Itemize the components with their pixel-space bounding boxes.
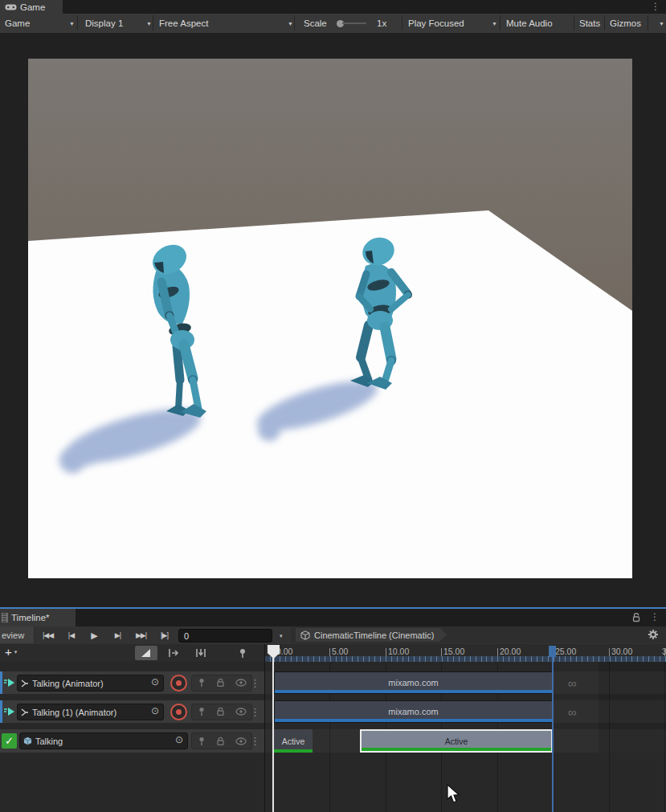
mouse-cursor bbox=[447, 784, 461, 805]
ripple-mode-button[interactable] bbox=[162, 646, 185, 660]
replace-mode-button[interactable] bbox=[190, 646, 212, 660]
track-header-talking-1-animator[interactable]: Talking (1) (Animator) ⊙ ⋮ bbox=[0, 700, 264, 723]
animation-track-icon bbox=[4, 678, 15, 688]
track-header-talking-animator[interactable]: Talking (Animator) ⊙ ⋮ bbox=[0, 671, 264, 694]
selection-strip bbox=[0, 700, 2, 723]
beyond-duration-shade bbox=[599, 662, 666, 753]
activation-clip-bar bbox=[362, 748, 551, 751]
record-button[interactable] bbox=[170, 704, 187, 720]
replace-mode-icon bbox=[195, 648, 206, 658]
track-menu-icon[interactable]: ⋮ bbox=[250, 706, 260, 718]
pin-icon[interactable] bbox=[198, 737, 206, 746]
object-picker-icon[interactable]: ⊙ bbox=[151, 676, 159, 688]
frame-counter-field[interactable]: 0 bbox=[178, 629, 272, 643]
animation-clip[interactable]: mixamo.com bbox=[274, 671, 553, 694]
track-options-group bbox=[191, 675, 252, 692]
timeline-end-line bbox=[552, 647, 554, 812]
activation-checkbox[interactable]: ✓ bbox=[2, 733, 17, 749]
mix-mode-icon bbox=[141, 648, 152, 658]
timeline-toolbar: eview |◀◀ |◀ ▶ ▶| ▶▶| [▶] 0 ▾ CinematicT… bbox=[0, 626, 666, 645]
track-options-group bbox=[191, 732, 252, 749]
breadcrumb-bar: CinematicTimeline (Cinematic) bbox=[291, 626, 666, 643]
chevron-down-icon: ▼ bbox=[146, 21, 152, 27]
eye-icon[interactable] bbox=[235, 708, 247, 716]
playhead-line[interactable] bbox=[272, 658, 274, 812]
activation-clip[interactable]: Active bbox=[274, 729, 313, 753]
animation-clip-bar bbox=[275, 719, 552, 722]
game-render-area bbox=[0, 33, 666, 607]
animation-clip[interactable]: mixamo.com bbox=[274, 700, 553, 723]
gameobject-field[interactable]: Talking ⊙ bbox=[19, 732, 188, 749]
selection-strip bbox=[0, 671, 2, 694]
track-menu-icon[interactable]: ⋮ bbox=[250, 735, 260, 747]
animator-object-field[interactable]: Talking (Animator) ⊙ bbox=[17, 675, 164, 692]
header-content-divider[interactable] bbox=[264, 644, 265, 812]
ripple-mode-icon bbox=[168, 648, 179, 658]
stats-toggle[interactable]: Stats bbox=[579, 14, 600, 32]
animator-icon bbox=[21, 708, 29, 716]
pin-icon[interactable] bbox=[198, 707, 206, 716]
ruler-label: 25.00 bbox=[555, 647, 576, 656]
panel-menu-icon[interactable]: ⋮ bbox=[650, 612, 660, 622]
previous-frame-button[interactable]: |◀ bbox=[60, 627, 82, 643]
ruler-label: 5.00 bbox=[332, 647, 348, 656]
aspect-ratio-dropdown[interactable]: Free Aspect bbox=[159, 14, 208, 32]
go-to-end-button[interactable]: ▶▶| bbox=[130, 627, 152, 643]
lock-icon[interactable] bbox=[216, 737, 225, 746]
eye-icon[interactable] bbox=[235, 737, 247, 745]
timeline-content[interactable]: mixamo.com ∞ mixamo.com ∞ Active bbox=[265, 662, 666, 812]
play-button[interactable]: ▶ bbox=[84, 627, 105, 643]
game-menu-dropdown[interactable]: Game bbox=[5, 14, 30, 32]
lock-open-icon[interactable] bbox=[631, 612, 641, 622]
cube-icon bbox=[23, 737, 32, 745]
scale-slider-track[interactable] bbox=[342, 22, 366, 24]
tab-timeline[interactable]: Timeline* bbox=[0, 609, 76, 626]
chevron-down-icon: ▼ bbox=[492, 21, 497, 27]
game-scene bbox=[28, 59, 632, 578]
marker-pin-button[interactable] bbox=[231, 646, 254, 660]
tab-timeline-label: Timeline* bbox=[11, 613, 50, 622]
record-button[interactable] bbox=[170, 675, 187, 692]
scale-value: 1x bbox=[377, 14, 386, 32]
display-dropdown[interactable]: Display 1 bbox=[85, 14, 123, 32]
preview-toggle[interactable]: eview bbox=[0, 626, 35, 643]
lock-icon[interactable] bbox=[216, 678, 225, 688]
chevron-down-icon: ▼ bbox=[288, 21, 293, 27]
go-to-start-button[interactable]: |◀◀ bbox=[37, 627, 59, 643]
track-menu-icon[interactable]: ⋮ bbox=[250, 677, 260, 689]
timeline-tab-strip: Timeline* ⋮ bbox=[0, 609, 666, 626]
pin-icon[interactable] bbox=[198, 678, 206, 688]
object-picker-icon[interactable]: ⊙ bbox=[151, 705, 159, 716]
game-view-toolbar: Game ▼ Display 1 ▼ Free Aspect ▼ Scale 1… bbox=[0, 14, 666, 34]
add-track-button[interactable]: + ▾ bbox=[5, 646, 17, 658]
animator-object-field[interactable]: Talking (1) (Animator) ⊙ bbox=[17, 704, 164, 720]
gizmos-dropdown[interactable]: Gizmos bbox=[610, 14, 641, 32]
unity-editor-window: Game ⋮ Game ▼ Display 1 ▼ Free Aspect ▼ … bbox=[0, 0, 666, 812]
timeline-icon bbox=[2, 613, 8, 622]
lock-icon[interactable] bbox=[216, 707, 225, 716]
animator-icon bbox=[21, 679, 29, 688]
chevron-down-icon[interactable]: ▾ bbox=[280, 633, 283, 639]
track-options-group bbox=[191, 704, 252, 720]
pin-icon bbox=[238, 648, 247, 659]
time-ruler[interactable]: 0.00 5.00 10.00 15.00 20.00 25.00 30.00 … bbox=[265, 644, 666, 662]
post-extrapolation-infinity-icon: ∞ bbox=[556, 700, 588, 723]
tab-game[interactable]: Game bbox=[0, 0, 63, 14]
play-focused-dropdown[interactable]: Play Focused bbox=[408, 14, 464, 32]
window-menu-icon[interactable]: ⋮ bbox=[651, 2, 660, 11]
chevron-down-icon: ▼ bbox=[659, 21, 664, 27]
play-range-button[interactable]: [▶] bbox=[153, 627, 175, 643]
object-picker-icon[interactable]: ⊙ bbox=[175, 734, 183, 745]
mute-audio-toggle[interactable]: Mute Audio bbox=[506, 14, 553, 32]
cube-icon bbox=[300, 630, 310, 640]
activation-clip-selected[interactable]: Active bbox=[360, 729, 553, 753]
animation-clip-bar bbox=[275, 690, 552, 693]
breadcrumb[interactable]: CinematicTimeline (Cinematic) bbox=[296, 628, 440, 642]
track-header-talking-activation[interactable]: ✓ Talking ⊙ ⋮ bbox=[0, 729, 264, 753]
eye-icon[interactable] bbox=[235, 679, 247, 687]
gear-icon[interactable] bbox=[648, 629, 659, 640]
game-viewport[interactable] bbox=[28, 59, 632, 578]
next-frame-button[interactable]: ▶| bbox=[107, 627, 129, 643]
mix-mode-button[interactable] bbox=[135, 646, 157, 660]
activation-clip-bar bbox=[274, 749, 313, 753]
